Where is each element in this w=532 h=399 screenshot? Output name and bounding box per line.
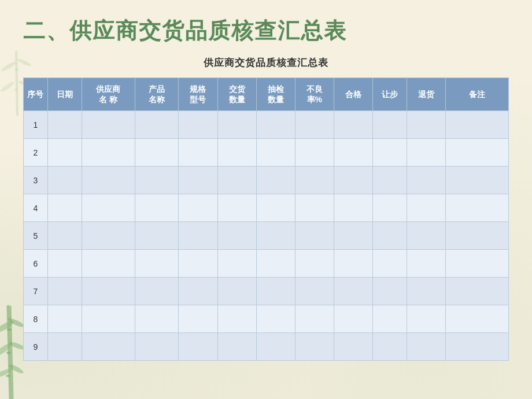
cell-sample-6[interactable] <box>256 278 295 305</box>
cell-pass-1[interactable] <box>334 139 372 167</box>
cell-product-0[interactable] <box>135 111 179 139</box>
cell-defect-5[interactable] <box>295 250 334 278</box>
cell-supplier-3[interactable] <box>82 194 135 222</box>
cell-qty-6[interactable] <box>217 278 256 305</box>
cell-supplier-6[interactable] <box>82 278 135 305</box>
cell-supplier-8[interactable] <box>82 333 135 361</box>
cell-date-6[interactable] <box>47 278 82 305</box>
cell-date-1[interactable] <box>47 139 82 167</box>
cell-pass-3[interactable] <box>334 194 372 222</box>
cell-return-4[interactable] <box>407 222 445 250</box>
cell-spec-4[interactable] <box>179 222 217 250</box>
cell-seq-6[interactable]: 7 <box>24 278 48 305</box>
cell-return-1[interactable] <box>407 139 445 167</box>
cell-date-3[interactable] <box>47 194 82 222</box>
cell-supplier-5[interactable] <box>82 250 135 278</box>
cell-qty-1[interactable] <box>217 139 256 167</box>
cell-sample-4[interactable] <box>256 222 295 250</box>
cell-return-6[interactable] <box>407 278 445 305</box>
cell-sample-2[interactable] <box>256 167 295 194</box>
cell-pass-5[interactable] <box>334 250 372 278</box>
cell-note-6[interactable] <box>445 278 508 305</box>
cell-pass-7[interactable] <box>334 305 372 333</box>
cell-supplier-1[interactable] <box>82 139 135 167</box>
cell-supplier-0[interactable] <box>82 111 135 139</box>
cell-qty-2[interactable] <box>217 167 256 194</box>
cell-product-8[interactable] <box>135 333 179 361</box>
cell-sample-0[interactable] <box>256 111 295 139</box>
cell-seq-5[interactable]: 6 <box>24 250 48 278</box>
cell-spec-1[interactable] <box>179 139 217 167</box>
cell-defect-8[interactable] <box>295 333 334 361</box>
cell-defect-2[interactable] <box>295 167 334 194</box>
cell-sample-1[interactable] <box>256 139 295 167</box>
cell-concede-7[interactable] <box>372 305 407 333</box>
cell-concede-8[interactable] <box>372 333 407 361</box>
cell-qty-0[interactable] <box>217 111 256 139</box>
cell-product-1[interactable] <box>135 139 179 167</box>
cell-date-2[interactable] <box>47 167 82 194</box>
cell-qty-3[interactable] <box>217 194 256 222</box>
cell-concede-1[interactable] <box>372 139 407 167</box>
cell-defect-1[interactable] <box>295 139 334 167</box>
cell-spec-3[interactable] <box>179 194 217 222</box>
cell-note-8[interactable] <box>445 333 508 361</box>
cell-defect-6[interactable] <box>295 278 334 305</box>
cell-spec-8[interactable] <box>179 333 217 361</box>
cell-concede-3[interactable] <box>372 194 407 222</box>
cell-note-0[interactable] <box>445 111 508 139</box>
cell-return-7[interactable] <box>407 305 445 333</box>
cell-concede-5[interactable] <box>372 250 407 278</box>
cell-pass-8[interactable] <box>334 333 372 361</box>
cell-pass-6[interactable] <box>334 278 372 305</box>
cell-seq-7[interactable]: 8 <box>24 305 48 333</box>
cell-product-4[interactable] <box>135 222 179 250</box>
cell-concede-0[interactable] <box>372 111 407 139</box>
cell-concede-2[interactable] <box>372 167 407 194</box>
cell-supplier-4[interactable] <box>82 222 135 250</box>
cell-product-3[interactable] <box>135 194 179 222</box>
cell-qty-7[interactable] <box>217 305 256 333</box>
cell-pass-2[interactable] <box>334 167 372 194</box>
cell-product-2[interactable] <box>135 167 179 194</box>
cell-note-7[interactable] <box>445 305 508 333</box>
cell-product-5[interactable] <box>135 250 179 278</box>
cell-spec-6[interactable] <box>179 278 217 305</box>
cell-sample-8[interactable] <box>256 333 295 361</box>
cell-spec-2[interactable] <box>179 167 217 194</box>
cell-date-5[interactable] <box>47 250 82 278</box>
cell-spec-0[interactable] <box>179 111 217 139</box>
cell-note-5[interactable] <box>445 250 508 278</box>
cell-seq-1[interactable]: 2 <box>24 139 48 167</box>
cell-return-8[interactable] <box>407 333 445 361</box>
cell-sample-3[interactable] <box>256 194 295 222</box>
cell-supplier-2[interactable] <box>82 167 135 194</box>
cell-defect-4[interactable] <box>295 222 334 250</box>
cell-qty-4[interactable] <box>217 222 256 250</box>
cell-return-0[interactable] <box>407 111 445 139</box>
cell-sample-5[interactable] <box>256 250 295 278</box>
cell-date-4[interactable] <box>47 222 82 250</box>
cell-note-1[interactable] <box>445 139 508 167</box>
cell-return-5[interactable] <box>407 250 445 278</box>
cell-seq-8[interactable]: 9 <box>24 333 48 361</box>
cell-seq-2[interactable]: 3 <box>24 167 48 194</box>
cell-spec-5[interactable] <box>179 250 217 278</box>
cell-note-2[interactable] <box>445 167 508 194</box>
cell-seq-0[interactable]: 1 <box>24 111 48 139</box>
cell-seq-4[interactable]: 5 <box>24 222 48 250</box>
cell-defect-0[interactable] <box>295 111 334 139</box>
cell-product-6[interactable] <box>135 278 179 305</box>
cell-concede-4[interactable] <box>372 222 407 250</box>
cell-product-7[interactable] <box>135 305 179 333</box>
cell-return-2[interactable] <box>407 167 445 194</box>
cell-spec-7[interactable] <box>179 305 217 333</box>
cell-qty-5[interactable] <box>217 250 256 278</box>
cell-sample-7[interactable] <box>256 305 295 333</box>
cell-pass-0[interactable] <box>334 111 372 139</box>
cell-supplier-7[interactable] <box>82 305 135 333</box>
cell-pass-4[interactable] <box>334 222 372 250</box>
cell-date-7[interactable] <box>47 305 82 333</box>
cell-note-4[interactable] <box>445 222 508 250</box>
cell-date-0[interactable] <box>47 111 82 139</box>
